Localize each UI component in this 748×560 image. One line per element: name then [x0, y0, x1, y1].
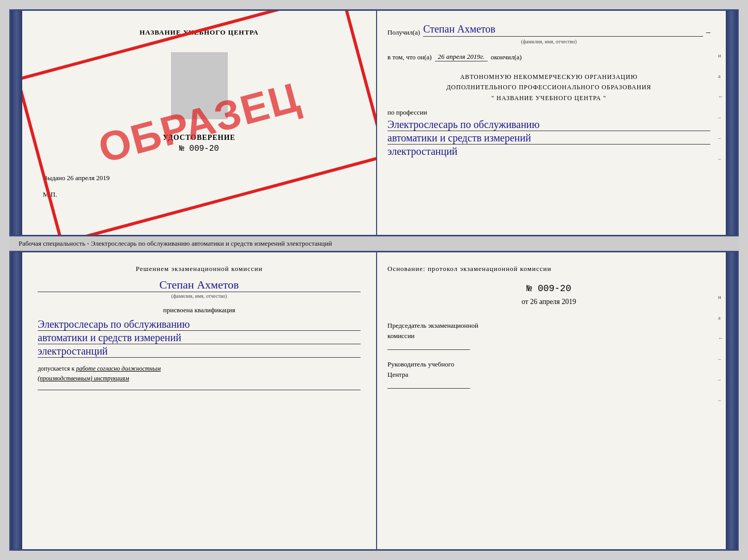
profession-line2: автоматики и средств измерений	[387, 132, 710, 145]
chairman-sig-line	[387, 349, 470, 350]
person-name-bottom: Степан Ахметов	[38, 278, 361, 292]
date-line-top: в том, что он(а) 26 апреля 2019г. окончи…	[387, 53, 710, 61]
date-value: 26 апреля 2019г.	[435, 53, 488, 61]
date-prefix: в том, что он(а)	[387, 53, 432, 61]
protocol-number: № 009-20	[387, 283, 710, 294]
org-line3: " НАЗВАНИЕ УЧЕБНОГО ЦЕНТРА "	[387, 93, 710, 103]
date-suffix: окончил(а)	[491, 53, 522, 61]
director-label2: Центра	[387, 371, 710, 379]
right-edge-labels-bottom: и а ← – – –	[718, 294, 724, 403]
name-subtitle-top: (фамилия, имя, отчество)	[387, 39, 710, 44]
allowed-label: допускается к работе согласно должностны…	[38, 365, 361, 373]
right-edge-labels-top: и а ← – – –	[718, 52, 724, 162]
qual-line2: автоматики и средств измерений	[38, 332, 361, 344]
protocol-date: от 26 апреля 2019	[387, 298, 710, 306]
allowed-value2: (производственным) инструкциям	[38, 375, 361, 382]
decision-title: Решением экзаменационной комиссии	[38, 265, 361, 273]
qual-line3: электростанций	[38, 345, 361, 358]
bottom-certificate-document: Решением экзаменационной комиссии Степан…	[9, 251, 739, 551]
org-block: АВТОНОМНУЮ НЕКОММЕРЧЕСКУЮ ОРГАНИЗАЦИЮ ДО…	[387, 72, 710, 103]
spine-left-top	[11, 11, 22, 235]
org-line2: ДОПОЛНИТЕЛЬНОГО ПРОФЕССИОНАЛЬНОГО ОБРАЗО…	[387, 82, 710, 92]
dash1: –	[706, 27, 710, 37]
chairman-label: Председатель экзаменационной	[387, 322, 710, 330]
allowed-value: работе согласно должностным	[76, 365, 161, 372]
top-left-page: НАЗВАНИЕ УЧЕБНОГО ЦЕНТРА УДОСТОВЕРЕНИЕ №…	[22, 11, 377, 235]
chairman-label2: комиссии	[387, 332, 710, 340]
profession-line3: электростанций	[387, 146, 710, 157]
spine-left-bottom	[11, 252, 22, 549]
bottom-left-page: Решением экзаменационной комиссии Степан…	[22, 252, 377, 549]
top-certificate-document: НАЗВАНИЕ УЧЕБНОГО ЦЕНТРА УДОСТОВЕРЕНИЕ №…	[9, 9, 739, 236]
bottom-right-page: Основание: протокол экзаменационной коми…	[377, 252, 726, 549]
top-right-page: Получил(а) Степан Ахметов – (фамилия, им…	[377, 11, 726, 235]
fio-subtitle-bottom: (фамилия, имя, отчество)	[38, 293, 361, 299]
received-label: Получил(а)	[387, 28, 420, 37]
qualification-label: присвоена квалификация	[38, 306, 361, 314]
allowed-sig-line	[38, 390, 361, 390]
qual-line1: Электрослесарь по обслуживанию	[38, 318, 361, 331]
spine-right-top	[726, 11, 737, 235]
received-line: Получил(а) Степан Ахметов –	[387, 23, 710, 37]
director-label: Руководитель учебного	[387, 360, 710, 369]
org-line1: АВТОНОМНУЮ НЕКОММЕРЧЕСКУЮ ОРГАНИЗАЦИЮ	[387, 72, 710, 82]
profession-label: по профессии	[387, 108, 710, 117]
basis-title: Основание: протокол экзаменационной коми…	[387, 265, 710, 273]
profession-line1: Электрослесарь по обслуживанию	[387, 119, 710, 131]
spine-right-bottom	[726, 252, 737, 549]
received-name: Степан Ахметов	[423, 23, 703, 37]
page: НАЗВАНИЕ УЧЕБНОГО ЦЕНТРА УДОСТОВЕРЕНИЕ №…	[0, 0, 748, 560]
director-sig-line	[387, 388, 470, 389]
separator-text: Рабочая специальность - Электрослесарь п…	[9, 236, 739, 251]
